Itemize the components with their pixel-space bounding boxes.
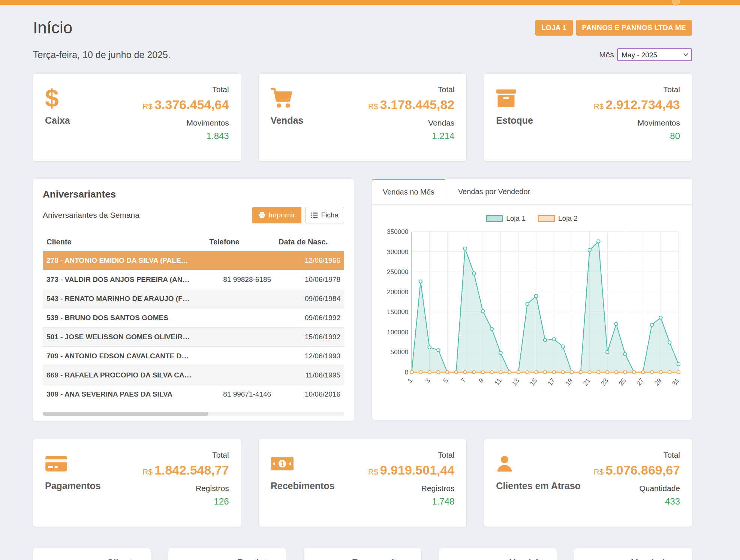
stat-icon [271, 87, 293, 109]
table-row[interactable]: 278 - ANTONIO EMIDIO DA SILVA (PALE…12/0… [43, 251, 344, 270]
svg-text:3: 3 [424, 377, 432, 384]
currency-prefix: R$ [594, 467, 604, 476]
footer-card-title: Clientes [40, 557, 143, 560]
currency-prefix: R$ [142, 102, 153, 111]
stat-card-title: Recebimentos [271, 481, 335, 491]
table-row[interactable]: 539 - BRUNO DOS SANTOS GOMES09/06/1992 [43, 308, 344, 328]
tab-vendas-no-mes[interactable]: Vendas no Mês [372, 179, 445, 204]
horizontal-scrollbar[interactable] [43, 412, 344, 416]
month-label: Mês [599, 50, 614, 59]
ficha-button-label: Ficha [321, 211, 339, 219]
svg-text:25: 25 [617, 377, 628, 387]
birthdays-actions: Imprimir Ficha [252, 207, 344, 223]
birthdate-cell: 12/06/1993 [275, 347, 344, 366]
topbar-badge[interactable] [672, 0, 680, 6]
amount: 3.178.445,82 [380, 97, 455, 112]
phone-cell [205, 289, 275, 308]
stat-right: Total R$1.842.548,77 Registros 126 [142, 451, 229, 515]
column-header-telefone[interactable]: Telefone [205, 233, 275, 251]
table-header-row: Cliente Telefone Data de Nasc. [43, 233, 344, 251]
client-cell: 501 - JOSE WELISSON GOMES OLIVEIR… [43, 328, 205, 347]
legend-label: Loja 1 [506, 214, 526, 223]
svg-text:1: 1 [280, 460, 284, 468]
svg-text:13: 13 [511, 377, 521, 387]
stat-right: Total R$3.376.454,64 Movimentos 1.843 [142, 85, 229, 150]
footer-card-produtos[interactable]: Produtos [168, 548, 286, 560]
table-row[interactable]: 501 - JOSE WELISSON GOMES OLIVEIR…15/06/… [43, 328, 344, 347]
total-label: Total [594, 451, 680, 460]
birthdate-cell: 09/06/1984 [275, 289, 344, 308]
currency-prefix: R$ [142, 467, 153, 476]
count-label: Movimentos [142, 118, 229, 127]
legend-item[interactable]: Loja 1 [486, 214, 526, 223]
count-value: 433 [594, 496, 680, 507]
legend-swatch [486, 215, 503, 222]
stat-card-recebimentos: 1 Recebimentos Total R$9.919.501,44 Regi… [259, 439, 467, 527]
table-row[interactable]: 543 - RENATO MARINHO DE ARAUJO (F…09/06/… [43, 289, 344, 308]
client-cell: 309 - ANA SEVERINA PAES DA SILVA [43, 385, 205, 404]
amount: 2.912.734,43 [605, 97, 680, 112]
legend-item[interactable]: Loja 2 [538, 214, 578, 223]
person-icon [496, 455, 513, 472]
column-header-cliente[interactable]: Cliente [43, 233, 205, 251]
chart-legend: Loja 1Loja 2 [379, 214, 685, 223]
store-button[interactable]: LOJA 1 [535, 20, 573, 36]
birthdays-title: Aniversariantes [43, 189, 344, 200]
footer-card-title: Vendedores [582, 557, 685, 560]
svg-text:27: 27 [635, 377, 646, 387]
stat-card-title: Pagamentos [45, 481, 101, 491]
credit-card-icon [45, 455, 67, 472]
print-button[interactable]: Imprimir [252, 207, 301, 223]
company-button[interactable]: PANNOS E PANNOS LTDA ME [576, 20, 692, 36]
stat-right: Total R$5.076.869,67 Quantidade 433 [594, 451, 680, 515]
svg-text:350000: 350000 [387, 228, 408, 235]
footer-card-usuarios[interactable]: Usuários [439, 548, 557, 560]
column-header-data-nasc[interactable]: Data de Nasc. [275, 233, 344, 251]
birthdate-cell: 09/06/1992 [275, 308, 344, 328]
dashboard-page: Início LOJA 1 PANNOS E PANNOS LTDA ME Te… [33, 18, 692, 560]
scrollbar-thumb[interactable] [43, 412, 208, 416]
printer-icon [258, 212, 265, 219]
count-label: Registros [368, 484, 454, 493]
page-header: Início LOJA 1 PANNOS E PANNOS LTDA ME [33, 18, 692, 37]
birthdays-subtitle: Aniversariantes da Semana [43, 211, 139, 220]
page-title: Início [33, 18, 72, 37]
total-value: R$3.178.445,82 [368, 97, 454, 112]
footer-card-fornecedores[interactable]: Fornecedores [304, 548, 421, 560]
stats-row-bottom: Pagamentos Total R$1.842.548,77 Registro… [33, 439, 692, 527]
total-label: Total [368, 451, 454, 460]
total-value: R$1.842.548,77 [142, 463, 229, 478]
birthdate-cell: 11/06/1995 [275, 366, 344, 385]
svg-text:7: 7 [460, 377, 467, 384]
footer-card-vendedores[interactable]: Vendedores [574, 548, 692, 560]
amount: 3.376.454,64 [154, 97, 229, 112]
date-row: Terça-feira, 10 de junho de 2025. Mês Ma… [33, 48, 692, 61]
money-bill-icon: 1 [271, 456, 294, 471]
ficha-button[interactable]: Ficha [305, 207, 344, 223]
svg-text:21: 21 [582, 377, 592, 387]
stat-left: Estoque [496, 85, 533, 150]
amount: 9.919.501,44 [380, 463, 455, 477]
table-row[interactable]: 309 - ANA SEVERINA PAES DA SILVA81 99671… [43, 385, 344, 404]
month-select-wrap: May - 2025 [617, 48, 692, 61]
svg-text:200000: 200000 [387, 289, 408, 296]
currency-prefix: R$ [368, 102, 378, 111]
svg-text:15: 15 [529, 377, 539, 387]
total-label: Total [142, 451, 229, 460]
stat-left: Caixa [45, 85, 70, 150]
stat-card-pagamentos: Pagamentos Total R$1.842.548,77 Registro… [33, 439, 241, 527]
client-cell: 669 - RAFAELA PROCOPIO DA SILVA CA… [43, 366, 205, 385]
sales-chart: 0500001000001500002000002500003000003500… [379, 226, 685, 402]
tab-vendas-por-vendedor[interactable]: Vendas por Vendedor [445, 179, 543, 204]
birthdate-cell: 10/06/2016 [275, 385, 344, 404]
stat-left: Vendas [271, 85, 304, 150]
total-label: Total [594, 85, 680, 94]
footer-card-clientes[interactable]: Clientes [33, 548, 151, 560]
phone-cell [205, 251, 275, 270]
table-row[interactable]: 669 - RAFAELA PROCOPIO DA SILVA CA…11/06… [43, 366, 344, 385]
table-row[interactable]: 709 - ANTONIO EDSON CAVALCANTE D…12/06/1… [43, 347, 344, 366]
currency-prefix: R$ [368, 467, 378, 476]
cart-icon [271, 88, 293, 108]
table-row[interactable]: 373 - VALDIR DOS ANJOS PEREIRA (AN…81 99… [43, 270, 344, 289]
month-select[interactable]: May - 2025 [617, 48, 692, 61]
